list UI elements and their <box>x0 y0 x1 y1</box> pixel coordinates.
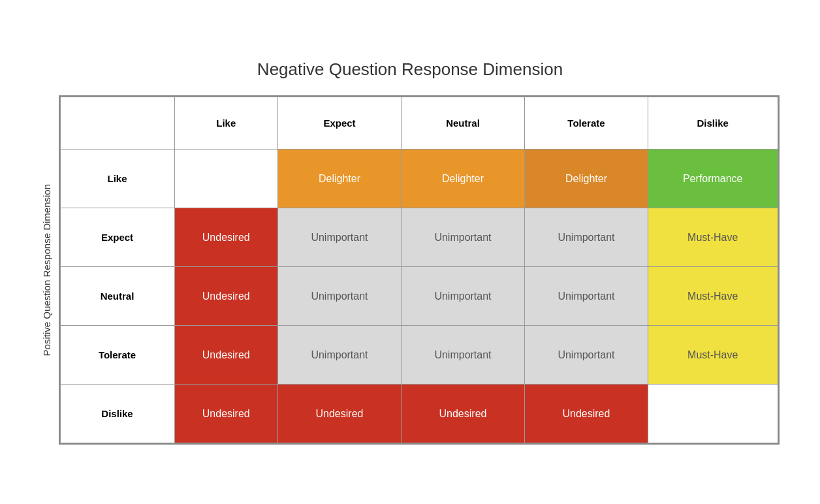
cell-0-4: Performance <box>648 150 778 208</box>
cell-2-4: Must-Have <box>648 267 778 326</box>
col-header-like: Like <box>174 97 278 150</box>
cell-4-4 <box>648 385 778 443</box>
row-label-dislike: Dislike <box>60 385 174 443</box>
cell-2-0: Undesired <box>174 267 278 326</box>
main-title: Negative Question Response Dimension <box>257 59 563 80</box>
cell-2-2: Unimportant <box>401 267 524 326</box>
cell-4-2: Undesired <box>401 385 524 443</box>
cell-4-1: Undesired <box>278 385 402 443</box>
row-label-like: Like <box>60 150 174 208</box>
table-row: TolerateUndesiredUnimportantUnimportantU… <box>60 326 778 385</box>
cell-3-1: Unimportant <box>278 326 402 385</box>
table-body: LikeDelighterDelighterDelighterPerforman… <box>60 150 778 443</box>
cell-3-3: Unimportant <box>524 326 648 385</box>
cell-1-3: Unimportant <box>524 208 648 267</box>
row-label-expect: Expect <box>60 208 174 267</box>
cell-0-0 <box>174 150 278 208</box>
outer-wrapper: Positive Question Response Dimension Lik… <box>41 95 780 445</box>
corner-cell <box>60 97 174 150</box>
cell-3-0: Undesired <box>174 326 278 385</box>
table-row: DislikeUndesiredUndesiredUndesiredUndesi… <box>60 385 778 443</box>
table-row: ExpectUndesiredUnimportantUnimportantUni… <box>60 208 778 267</box>
cell-3-2: Unimportant <box>401 326 524 385</box>
col-header-expect: Expect <box>278 97 402 150</box>
col-header-tolerate: Tolerate <box>524 97 648 150</box>
cell-1-2: Unimportant <box>401 208 524 267</box>
cell-1-4: Must-Have <box>648 208 778 267</box>
kano-matrix-table: Like Expect Neutral Tolerate Dislike Lik… <box>60 97 778 443</box>
row-label-tolerate: Tolerate <box>60 326 174 385</box>
y-axis-label: Positive Question Response Dimension <box>41 184 52 356</box>
cell-2-3: Unimportant <box>524 267 648 326</box>
cell-2-1: Unimportant <box>278 267 402 326</box>
col-header-neutral: Neutral <box>401 97 524 150</box>
table-row: LikeDelighterDelighterDelighterPerforman… <box>60 150 778 208</box>
cell-4-0: Undesired <box>174 385 278 443</box>
cell-0-3: Delighter <box>524 150 648 208</box>
table-row: NeutralUndesiredUnimportantUnimportantUn… <box>60 267 778 326</box>
cell-0-2: Delighter <box>401 150 524 208</box>
col-header-dislike: Dislike <box>648 97 778 150</box>
cell-3-4: Must-Have <box>648 326 778 385</box>
cell-4-3: Undesired <box>524 385 648 443</box>
cell-1-1: Unimportant <box>278 208 402 267</box>
cell-1-0: Undesired <box>174 208 278 267</box>
cell-0-1: Delighter <box>278 150 402 208</box>
table-wrapper: Like Expect Neutral Tolerate Dislike Lik… <box>59 95 780 445</box>
page-container: Negative Question Response Dimension Pos… <box>0 0 820 504</box>
row-label-neutral: Neutral <box>60 267 174 326</box>
header-row: Like Expect Neutral Tolerate Dislike <box>60 97 778 150</box>
